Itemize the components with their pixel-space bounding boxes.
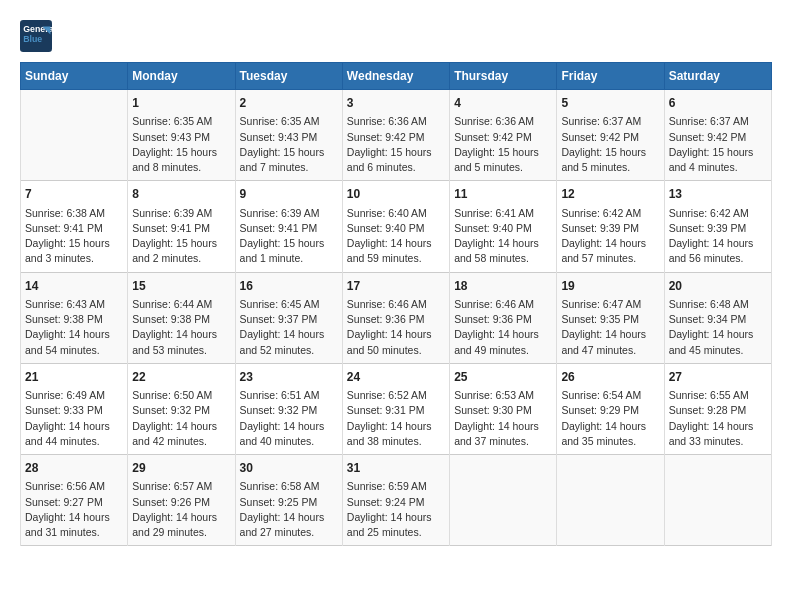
daylight-text: Daylight: 14 hours and 38 minutes. [347, 419, 445, 449]
sunrise-text: Sunrise: 6:48 AM [669, 297, 767, 312]
daylight-text: Daylight: 14 hours and 52 minutes. [240, 327, 338, 357]
sunset-text: Sunset: 9:42 PM [669, 130, 767, 145]
sunset-text: Sunset: 9:41 PM [25, 221, 123, 236]
day-number: 20 [669, 278, 767, 295]
day-number: 22 [132, 369, 230, 386]
daylight-text: Daylight: 14 hours and 40 minutes. [240, 419, 338, 449]
day-number: 28 [25, 460, 123, 477]
sunrise-text: Sunrise: 6:40 AM [347, 206, 445, 221]
daylight-text: Daylight: 15 hours and 3 minutes. [25, 236, 123, 266]
day-number: 19 [561, 278, 659, 295]
calendar-week-1: 1Sunrise: 6:35 AMSunset: 9:43 PMDaylight… [21, 90, 772, 181]
sunset-text: Sunset: 9:43 PM [240, 130, 338, 145]
daylight-text: Daylight: 15 hours and 2 minutes. [132, 236, 230, 266]
calendar-cell: 24Sunrise: 6:52 AMSunset: 9:31 PMDayligh… [342, 363, 449, 454]
calendar-cell [557, 455, 664, 546]
day-number: 17 [347, 278, 445, 295]
sunset-text: Sunset: 9:39 PM [561, 221, 659, 236]
sunset-text: Sunset: 9:35 PM [561, 312, 659, 327]
day-number: 4 [454, 95, 552, 112]
daylight-text: Daylight: 15 hours and 4 minutes. [669, 145, 767, 175]
calendar-cell: 1Sunrise: 6:35 AMSunset: 9:43 PMDaylight… [128, 90, 235, 181]
calendar-table: SundayMondayTuesdayWednesdayThursdayFrid… [20, 62, 772, 546]
weekday-header-thursday: Thursday [450, 63, 557, 90]
day-number: 27 [669, 369, 767, 386]
sunrise-text: Sunrise: 6:44 AM [132, 297, 230, 312]
weekday-header-saturday: Saturday [664, 63, 771, 90]
sunrise-text: Sunrise: 6:37 AM [669, 114, 767, 129]
day-number: 9 [240, 186, 338, 203]
sunset-text: Sunset: 9:36 PM [347, 312, 445, 327]
sunset-text: Sunset: 9:43 PM [132, 130, 230, 145]
calendar-cell: 8Sunrise: 6:39 AMSunset: 9:41 PMDaylight… [128, 181, 235, 272]
calendar-cell: 21Sunrise: 6:49 AMSunset: 9:33 PMDayligh… [21, 363, 128, 454]
sunrise-text: Sunrise: 6:41 AM [454, 206, 552, 221]
sunrise-text: Sunrise: 6:46 AM [454, 297, 552, 312]
calendar-cell: 3Sunrise: 6:36 AMSunset: 9:42 PMDaylight… [342, 90, 449, 181]
calendar-cell: 20Sunrise: 6:48 AMSunset: 9:34 PMDayligh… [664, 272, 771, 363]
calendar-cell: 30Sunrise: 6:58 AMSunset: 9:25 PMDayligh… [235, 455, 342, 546]
calendar-cell: 15Sunrise: 6:44 AMSunset: 9:38 PMDayligh… [128, 272, 235, 363]
sunset-text: Sunset: 9:30 PM [454, 403, 552, 418]
sunset-text: Sunset: 9:42 PM [454, 130, 552, 145]
calendar-cell: 29Sunrise: 6:57 AMSunset: 9:26 PMDayligh… [128, 455, 235, 546]
calendar-cell: 23Sunrise: 6:51 AMSunset: 9:32 PMDayligh… [235, 363, 342, 454]
sunset-text: Sunset: 9:40 PM [347, 221, 445, 236]
day-number: 25 [454, 369, 552, 386]
calendar-cell: 2Sunrise: 6:35 AMSunset: 9:43 PMDaylight… [235, 90, 342, 181]
sunrise-text: Sunrise: 6:37 AM [561, 114, 659, 129]
daylight-text: Daylight: 15 hours and 7 minutes. [240, 145, 338, 175]
daylight-text: Daylight: 15 hours and 5 minutes. [561, 145, 659, 175]
sunrise-text: Sunrise: 6:35 AM [240, 114, 338, 129]
calendar-week-3: 14Sunrise: 6:43 AMSunset: 9:38 PMDayligh… [21, 272, 772, 363]
daylight-text: Daylight: 14 hours and 44 minutes. [25, 419, 123, 449]
sunset-text: Sunset: 9:28 PM [669, 403, 767, 418]
daylight-text: Daylight: 14 hours and 54 minutes. [25, 327, 123, 357]
sunrise-text: Sunrise: 6:39 AM [132, 206, 230, 221]
sunrise-text: Sunrise: 6:52 AM [347, 388, 445, 403]
sunset-text: Sunset: 9:39 PM [669, 221, 767, 236]
day-number: 24 [347, 369, 445, 386]
sunrise-text: Sunrise: 6:56 AM [25, 479, 123, 494]
weekday-header-wednesday: Wednesday [342, 63, 449, 90]
day-number: 7 [25, 186, 123, 203]
calendar-cell: 4Sunrise: 6:36 AMSunset: 9:42 PMDaylight… [450, 90, 557, 181]
calendar-cell: 10Sunrise: 6:40 AMSunset: 9:40 PMDayligh… [342, 181, 449, 272]
weekday-header-friday: Friday [557, 63, 664, 90]
sunset-text: Sunset: 9:36 PM [454, 312, 552, 327]
sunrise-text: Sunrise: 6:36 AM [454, 114, 552, 129]
svg-text:Blue: Blue [23, 34, 42, 44]
daylight-text: Daylight: 14 hours and 57 minutes. [561, 236, 659, 266]
sunrise-text: Sunrise: 6:59 AM [347, 479, 445, 494]
sunset-text: Sunset: 9:38 PM [132, 312, 230, 327]
day-number: 2 [240, 95, 338, 112]
calendar-cell: 16Sunrise: 6:45 AMSunset: 9:37 PMDayligh… [235, 272, 342, 363]
daylight-text: Daylight: 14 hours and 25 minutes. [347, 510, 445, 540]
sunrise-text: Sunrise: 6:42 AM [669, 206, 767, 221]
calendar-cell [664, 455, 771, 546]
weekday-header-tuesday: Tuesday [235, 63, 342, 90]
day-number: 26 [561, 369, 659, 386]
daylight-text: Daylight: 14 hours and 49 minutes. [454, 327, 552, 357]
day-number: 16 [240, 278, 338, 295]
day-number: 15 [132, 278, 230, 295]
day-number: 13 [669, 186, 767, 203]
daylight-text: Daylight: 14 hours and 59 minutes. [347, 236, 445, 266]
daylight-text: Daylight: 14 hours and 47 minutes. [561, 327, 659, 357]
calendar-cell: 27Sunrise: 6:55 AMSunset: 9:28 PMDayligh… [664, 363, 771, 454]
calendar-cell: 13Sunrise: 6:42 AMSunset: 9:39 PMDayligh… [664, 181, 771, 272]
daylight-text: Daylight: 14 hours and 58 minutes. [454, 236, 552, 266]
calendar-cell: 25Sunrise: 6:53 AMSunset: 9:30 PMDayligh… [450, 363, 557, 454]
weekday-header-sunday: Sunday [21, 63, 128, 90]
sunrise-text: Sunrise: 6:38 AM [25, 206, 123, 221]
calendar-cell: 14Sunrise: 6:43 AMSunset: 9:38 PMDayligh… [21, 272, 128, 363]
sunset-text: Sunset: 9:32 PM [240, 403, 338, 418]
daylight-text: Daylight: 14 hours and 33 minutes. [669, 419, 767, 449]
calendar-cell: 11Sunrise: 6:41 AMSunset: 9:40 PMDayligh… [450, 181, 557, 272]
calendar-cell: 6Sunrise: 6:37 AMSunset: 9:42 PMDaylight… [664, 90, 771, 181]
calendar-cell [21, 90, 128, 181]
daylight-text: Daylight: 15 hours and 8 minutes. [132, 145, 230, 175]
daylight-text: Daylight: 14 hours and 42 minutes. [132, 419, 230, 449]
sunrise-text: Sunrise: 6:49 AM [25, 388, 123, 403]
daylight-text: Daylight: 15 hours and 5 minutes. [454, 145, 552, 175]
